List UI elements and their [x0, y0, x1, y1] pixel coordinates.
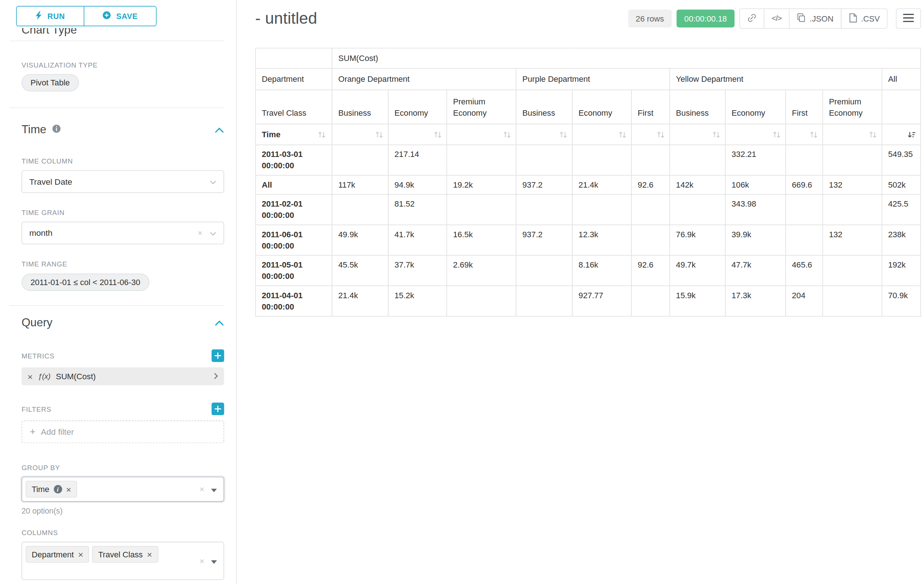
- value-cell: 937.2: [516, 225, 572, 255]
- value-cell: 16.5k: [447, 225, 516, 255]
- sort-icon[interactable]: [559, 131, 567, 138]
- metrics-label: METRICS: [21, 352, 54, 360]
- export-json-button[interactable]: .JSON: [789, 8, 842, 29]
- remove-tag-icon[interactable]: ×: [78, 550, 83, 559]
- export-button-group: </> .JSON .CSV: [739, 8, 888, 29]
- columns-select[interactable]: Department×Travel Class× ×: [21, 542, 224, 580]
- filters-label: FILTERS: [21, 405, 51, 413]
- share-link-button[interactable]: [739, 8, 765, 29]
- remove-metric-icon[interactable]: ×: [27, 372, 33, 381]
- query-timer-badge: 00:00:00.18: [676, 10, 734, 27]
- value-cell: [670, 194, 725, 225]
- sort-icon[interactable]: [619, 131, 626, 138]
- group-by-select[interactable]: Timei× ×: [21, 477, 224, 502]
- sort-icon[interactable]: [503, 131, 511, 138]
- group-by-tags: Timei×: [26, 481, 77, 497]
- divider: [10, 305, 224, 306]
- selected-value-tag[interactable]: Department×: [26, 546, 89, 563]
- sort-icon[interactable]: [869, 131, 876, 138]
- value-cell: 21.4k: [572, 175, 632, 194]
- value-cell: 49.9k: [332, 225, 388, 255]
- selected-value-tag[interactable]: Travel Class×: [92, 546, 158, 563]
- metric-option[interactable]: × ƒ(x) SUM(Cost): [21, 367, 224, 385]
- sort-icon[interactable]: [657, 131, 664, 138]
- bolt-icon: [35, 11, 43, 21]
- value-cell: 81.52: [388, 194, 447, 225]
- chevron-up-icon[interactable]: [214, 316, 224, 329]
- time-row-header-cell: All: [256, 175, 332, 194]
- value-cell: 49.7k: [670, 255, 725, 286]
- embed-code-button[interactable]: </>: [764, 8, 790, 29]
- time-grain-label: TIME GRAIN: [21, 209, 224, 216]
- value-cell: [785, 145, 822, 175]
- chevron-up-icon[interactable]: [214, 123, 224, 136]
- value-cell: 937.2: [516, 175, 572, 194]
- add-filter-placeholder: Add filter: [41, 427, 74, 436]
- caret-right-icon[interactable]: [214, 372, 218, 381]
- value-cell: [332, 145, 388, 175]
- export-csv-button[interactable]: .CSV: [841, 8, 888, 29]
- value-cell: 217.14: [388, 145, 447, 175]
- value-cell: [516, 286, 572, 316]
- chart-title[interactable]: - untitled: [255, 9, 317, 28]
- sort-desc-icon[interactable]: [907, 131, 916, 138]
- sort-icon[interactable]: [810, 131, 817, 138]
- remove-tag-icon[interactable]: ×: [147, 550, 152, 559]
- clear-icon[interactable]: ×: [200, 557, 204, 565]
- value-cell: 47.7k: [725, 255, 785, 286]
- chart-menu-button[interactable]: [896, 8, 921, 29]
- remove-tag-icon[interactable]: ×: [66, 485, 71, 494]
- time-column-label: TIME COLUMN: [21, 158, 224, 165]
- sort-icon[interactable]: [434, 131, 442, 138]
- department-group-cell: All: [882, 68, 921, 90]
- travel-class-cell: Business: [332, 90, 388, 124]
- travel-class-cell: Economy: [725, 90, 785, 124]
- time-grain-select[interactable]: month ×: [21, 222, 224, 244]
- value-cell: 204: [785, 286, 822, 316]
- sort-header-cell: [572, 124, 632, 145]
- query-section-title: Query: [21, 316, 53, 329]
- sort-icon[interactable]: [773, 131, 780, 138]
- department-group-cell: Orange Department: [332, 68, 516, 90]
- time-range-value[interactable]: 2011-01-01 ≤ col < 2011-06-30: [21, 274, 149, 291]
- value-cell: [632, 145, 670, 175]
- value-cell: 549.35: [882, 145, 921, 175]
- save-button[interactable]: SAVE: [84, 6, 157, 26]
- clear-icon[interactable]: ×: [200, 485, 204, 494]
- selected-value-tag[interactable]: Timei×: [26, 481, 77, 497]
- run-button[interactable]: RUN: [16, 6, 84, 26]
- value-cell: 465.6: [785, 255, 822, 286]
- value-cell: 37.7k: [388, 255, 447, 286]
- time-row-header-cell: 2011-04-01 00:00:00: [256, 286, 332, 316]
- visualization-type-value[interactable]: Pivot Table: [21, 74, 79, 91]
- sort-header-cell: [823, 124, 882, 145]
- time-column-value: Travel Date: [29, 177, 72, 186]
- info-icon[interactable]: i: [53, 485, 62, 494]
- time-column-select[interactable]: Travel Date: [21, 170, 224, 193]
- value-cell: 927.77: [572, 286, 632, 316]
- save-button-label: SAVE: [116, 12, 138, 21]
- caret-down-icon[interactable]: [211, 556, 217, 566]
- add-metric-button[interactable]: [211, 349, 224, 362]
- pivot-data-row: 2011-02-01 00:00:0081.52343.98425.5: [256, 194, 921, 225]
- sort-icon[interactable]: [375, 131, 383, 138]
- caret-down-icon[interactable]: [211, 484, 217, 495]
- value-cell: 15.9k: [670, 286, 725, 316]
- csv-button-label: .CSV: [861, 14, 880, 23]
- sort-icon[interactable]: [318, 131, 326, 138]
- group-by-options-hint: 20 option(s): [21, 507, 224, 516]
- sort-header-cell: [632, 124, 670, 145]
- value-cell: [632, 286, 670, 316]
- pivot-table: SUM(Cost)DepartmentOrange DepartmentPurp…: [255, 48, 921, 316]
- value-cell: 192k: [882, 255, 921, 286]
- info-icon[interactable]: [52, 123, 61, 136]
- value-cell: 502k: [882, 175, 921, 194]
- add-filter-button[interactable]: [211, 403, 224, 415]
- add-filter-dropzone[interactable]: + Add filter: [21, 421, 224, 443]
- sort-icon[interactable]: [713, 131, 720, 138]
- time-section-header[interactable]: Time: [21, 123, 224, 136]
- clear-icon[interactable]: ×: [198, 229, 202, 237]
- sort-header-cell: [332, 124, 388, 145]
- query-section-header[interactable]: Query: [21, 316, 224, 329]
- value-cell: [632, 194, 670, 225]
